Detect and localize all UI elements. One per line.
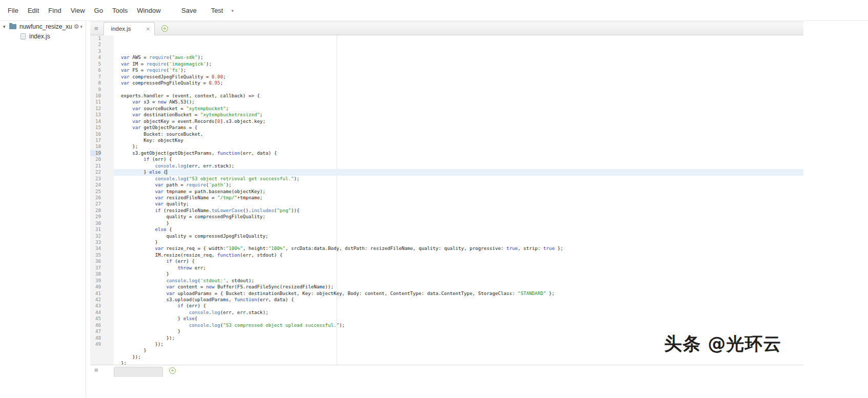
line-number[interactable]: 38	[90, 271, 101, 277]
code-line[interactable]: s3.upload(uploadParams, function(err, da…	[114, 297, 803, 303]
code-line[interactable]: var IM = require('imagemagick');	[114, 61, 803, 67]
code-line[interactable]: });	[114, 335, 803, 341]
code-line[interactable]: console.log(err, err.stack);	[114, 309, 803, 316]
tab-index-js[interactable]: index.js ×	[104, 22, 155, 35]
line-number[interactable]: 26	[90, 195, 101, 201]
code-line[interactable]: } else{	[114, 316, 803, 322]
gutter[interactable]: 1234567891011121314151617181920212223242…	[90, 35, 114, 365]
menu-item-tools[interactable]: Tools	[108, 7, 132, 14]
code-line[interactable]: var FS = require('fs');	[114, 67, 803, 73]
line-number[interactable]: 4	[90, 54, 101, 60]
code-line[interactable]: if (err) {	[114, 303, 803, 309]
console-tab[interactable]	[114, 367, 163, 377]
code-line[interactable]: });	[114, 354, 803, 360]
line-number[interactable]: 7	[90, 74, 101, 80]
line-number[interactable]: 39	[90, 278, 101, 284]
tab-list-icon[interactable]: ≡	[94, 25, 98, 32]
line-number[interactable]: 8	[90, 80, 101, 86]
code-line[interactable]: if (err) {	[114, 156, 803, 162]
code-line[interactable]: }	[114, 239, 803, 245]
line-number[interactable]: 13	[90, 112, 101, 118]
code-line[interactable]: }	[114, 271, 803, 277]
line-number[interactable]: 15	[90, 124, 101, 131]
line-number[interactable]: 11	[90, 99, 101, 105]
code-line[interactable]: };	[114, 143, 803, 150]
code-line[interactable]: var tmpname = path.basename(objectKey);	[114, 188, 803, 195]
code-line[interactable]: console.log('stdout:', stdout);	[114, 278, 803, 284]
code-line[interactable]: var resizedFileName = "/tmp/"+tmpname;	[114, 195, 803, 201]
code-line[interactable]: var resize_req = { width:"100%", height:…	[114, 245, 803, 252]
line-number[interactable]: 41	[90, 290, 101, 297]
line-number[interactable]: 30	[90, 220, 101, 226]
code-line[interactable]: quality = compressedPngFileQuality;	[114, 214, 803, 220]
code-line[interactable]: IM.resize(resize_req, function(err, stdo…	[114, 252, 803, 258]
line-number[interactable]: 9	[90, 87, 101, 93]
code-line[interactable]: console.log("S3 compressed object upload…	[114, 322, 803, 328]
code-line[interactable]: var compressedJpegFileQuality = 0.80;	[114, 74, 803, 80]
line-number[interactable]: 23	[90, 176, 101, 182]
menu-item-window[interactable]: Window	[132, 7, 165, 14]
code-line[interactable]: quality = compressedJpegFileQuality;	[114, 233, 803, 239]
tree-folder-row[interactable]: ▾ nuwfunc_resize_xu ⚙ ▾	[0, 22, 86, 31]
code-line[interactable]	[114, 87, 803, 93]
code-line[interactable]: s3.getObject(getObjectParams, function(e…	[114, 150, 803, 156]
line-number[interactable]: 14	[90, 118, 101, 124]
line-number[interactable]: 21	[90, 163, 101, 169]
code-line[interactable]: } else {	[114, 169, 803, 175]
code-line[interactable]: var compressedPngFileQuality = 0.95;	[114, 80, 803, 86]
code-line[interactable]: });	[114, 341, 803, 347]
line-number[interactable]: 33	[90, 239, 101, 245]
line-number[interactable]: 16	[90, 131, 101, 137]
line-number[interactable]: 35	[90, 252, 101, 258]
line-number[interactable]: 3	[90, 48, 101, 54]
line-number[interactable]: 22	[90, 169, 101, 175]
code-line[interactable]: };	[114, 360, 803, 365]
line-number[interactable]: 10	[90, 93, 101, 99]
line-number[interactable]: 45	[90, 316, 101, 322]
line-number[interactable]: 34	[90, 245, 101, 252]
tab-close-icon[interactable]: ×	[146, 26, 150, 32]
line-number[interactable]: 6	[90, 67, 101, 73]
line-number[interactable]: 36	[90, 258, 101, 264]
menu-item-edit[interactable]: Edit	[23, 7, 44, 14]
code-line[interactable]: console.log("S3 object retrieval get suc…	[114, 176, 803, 182]
line-number[interactable]: 46	[90, 322, 101, 328]
menu-item-view[interactable]: View	[66, 7, 90, 14]
line-number[interactable]: 5	[90, 61, 101, 67]
line-number[interactable]: 2	[90, 41, 101, 48]
line-number[interactable]: 49	[90, 341, 101, 347]
line-number[interactable]: 48	[90, 335, 101, 341]
code-area[interactable]: var AWS = require("aws-sdk");var IM = re…	[114, 35, 803, 365]
code-line[interactable]: var s3 = new AWS.S3();	[114, 99, 803, 105]
line-number[interactable]: 42	[90, 297, 101, 303]
line-number[interactable]: 12	[90, 106, 101, 112]
code-line[interactable]: throw err;	[114, 265, 803, 271]
line-number[interactable]: 17	[90, 137, 101, 143]
code-line[interactable]: var getObjectParams = {	[114, 124, 803, 131]
project-settings-button[interactable]: ⚙ ▾	[74, 23, 82, 30]
save-button[interactable]: Save	[174, 7, 204, 14]
code-line[interactable]: else {	[114, 226, 803, 233]
line-number[interactable]: 32	[90, 233, 101, 239]
console-new-tab-button[interactable]: +	[169, 367, 176, 374]
code-line[interactable]: Bucket: sourceBucket,	[114, 131, 803, 137]
code-line[interactable]: }	[114, 220, 803, 226]
code-line[interactable]: console.log(err, err.stack);	[114, 163, 803, 169]
code-line[interactable]: var uploadParams = { Bucket: destination…	[114, 290, 803, 297]
code-line[interactable]: var AWS = require("aws-sdk");	[114, 54, 803, 60]
line-number[interactable]: 20	[90, 156, 101, 162]
code-line[interactable]: Key: objectKey	[114, 137, 803, 143]
code-line[interactable]: var path = require('path');	[114, 182, 803, 188]
line-number[interactable]: 27	[90, 201, 101, 207]
menu-item-file[interactable]: File	[3, 7, 23, 14]
test-caret-icon[interactable]: ▾	[231, 8, 234, 13]
line-number[interactable]: 43	[90, 303, 101, 309]
line-number[interactable]: 18	[90, 143, 101, 150]
menu-item-go[interactable]: Go	[90, 7, 108, 14]
console-tab-list-icon[interactable]: ≡	[94, 366, 98, 374]
line-number[interactable]: 24	[90, 182, 101, 188]
code-line[interactable]: var objectKey = event.Records[0].s3.obje…	[114, 118, 803, 124]
test-button[interactable]: Test	[204, 7, 231, 14]
code-line[interactable]: var destinationBucket = "xytempbucketres…	[114, 112, 803, 118]
line-number[interactable]: 31	[90, 226, 101, 233]
